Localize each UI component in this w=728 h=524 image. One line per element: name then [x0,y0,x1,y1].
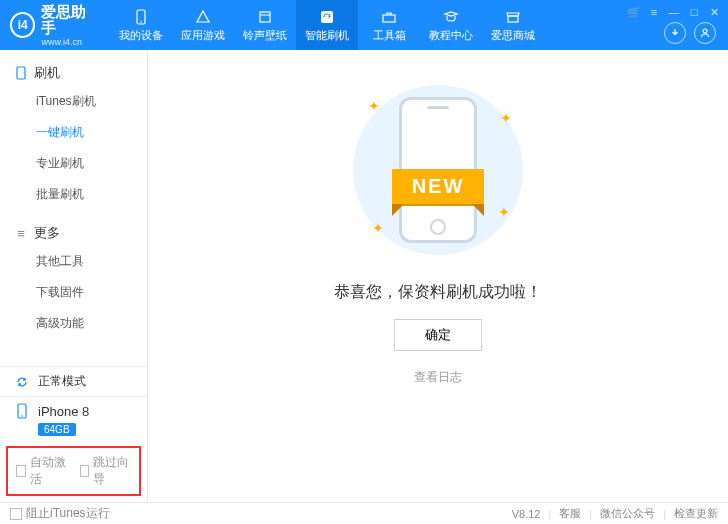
svg-rect-5 [508,16,518,22]
menu-icon[interactable]: ≡ [646,4,662,20]
ringtone-icon [256,8,274,26]
sidebar-item-batch-flash[interactable]: 批量刷机 [0,179,147,210]
skip-wizard-checkbox[interactable]: 跳过向导 [80,454,132,488]
apps-icon [194,8,212,26]
nav-label: 爱思商城 [491,28,535,43]
storage-badge: 64GB [38,423,76,436]
main-content: ✦ ✦ ✦ ✦ NEW 恭喜您，保资料刷机成功啦！ 确定 查看日志 [148,50,728,502]
checkbox-label: 自动激活 [30,454,68,488]
sidebar-item-other-tools[interactable]: 其他工具 [0,246,147,277]
nav-label: 应用游戏 [181,28,225,43]
sidebar-item-advanced[interactable]: 高级功能 [0,308,147,339]
status-bar: 阻止iTunes运行 V8.12 | 客服 | 微信公众号 | 检查更新 [0,502,728,524]
new-ribbon: NEW [392,169,485,204]
svg-rect-3 [321,11,333,23]
block-itunes-checkbox[interactable]: 阻止iTunes运行 [10,505,110,522]
logo: i4 爱思助手 www.i4.cn [0,4,110,47]
sidebar-item-download-firmware[interactable]: 下载固件 [0,277,147,308]
minimize-icon[interactable]: — [666,4,682,20]
logo-badge-icon: i4 [10,12,35,38]
checkbox-icon [10,508,22,520]
nav-toolbox[interactable]: 工具箱 [358,0,420,50]
nav-apps[interactable]: 应用游戏 [172,0,234,50]
sidebar-group-title: 刷机 [34,64,60,82]
mode-status[interactable]: 正常模式 [0,366,147,396]
tutorial-icon [442,8,460,26]
window-controls: 🛒 ≡ — □ ✕ [626,4,722,20]
device-info[interactable]: iPhone 8 64GB [0,396,147,446]
svg-rect-7 [17,67,25,79]
support-link[interactable]: 客服 [559,506,581,521]
nav-label: 我的设备 [119,28,163,43]
sparkle-icon: ✦ [498,204,510,220]
sidebar-item-pro-flash[interactable]: 专业刷机 [0,148,147,179]
sidebar-item-oneclick-flash[interactable]: 一键刷机 [0,117,147,148]
mode-label: 正常模式 [38,373,86,390]
nav-tutorial[interactable]: 教程中心 [420,0,482,50]
sparkle-icon: ✦ [500,110,512,126]
nav-label: 铃声壁纸 [243,28,287,43]
svg-point-9 [21,415,23,417]
close-icon[interactable]: ✕ [706,4,722,20]
more-icon: ≡ [14,226,28,240]
nav-label: 工具箱 [373,28,406,43]
phone-icon [14,66,28,80]
svg-rect-2 [260,12,270,22]
user-circle-icon[interactable] [694,22,716,44]
check-update-link[interactable]: 检查更新 [674,506,718,521]
checkbox-label: 跳过向导 [93,454,131,488]
wechat-link[interactable]: 微信公众号 [600,506,655,521]
toolbox-icon [380,8,398,26]
store-icon [504,8,522,26]
nav-ringtones[interactable]: 铃声壁纸 [234,0,296,50]
nav-label: 智能刷机 [305,28,349,43]
checkbox-icon [80,465,90,477]
options-highlight-box: 自动激活 跳过向导 [6,446,141,496]
auto-activate-checkbox[interactable]: 自动激活 [16,454,68,488]
app-header: i4 爱思助手 www.i4.cn 我的设备 应用游戏 铃声壁纸 智能刷机 工具… [0,0,728,50]
maximize-icon[interactable]: □ [686,4,702,20]
view-log-link[interactable]: 查看日志 [414,369,462,386]
cart-icon[interactable]: 🛒 [626,4,642,20]
sidebar-group-flash: 刷机 [0,60,147,86]
app-title: 爱思助手 [41,4,100,37]
success-message: 恭喜您，保资料刷机成功啦！ [334,282,542,303]
svg-rect-4 [383,15,395,22]
refresh-icon [14,374,30,390]
checkbox-label: 阻止iTunes运行 [26,505,110,522]
download-circle-icon[interactable] [664,22,686,44]
phone-small-icon [14,403,30,419]
svg-point-1 [140,21,142,23]
sparkle-icon: ✦ [372,220,384,236]
sparkle-icon: ✦ [368,98,380,114]
success-illustration: ✦ ✦ ✦ ✦ NEW [338,80,538,260]
sidebar-item-itunes-flash[interactable]: iTunes刷机 [0,86,147,117]
svg-point-6 [703,29,707,33]
checkbox-icon [16,465,26,477]
ok-button[interactable]: 确定 [394,319,482,351]
sidebar: 刷机 iTunes刷机 一键刷机 专业刷机 批量刷机 ≡ 更多 其他工具 下载固… [0,50,148,502]
sidebar-group-title: 更多 [34,224,60,242]
flash-icon [318,8,336,26]
version-label: V8.12 [512,508,541,520]
device-name: iPhone 8 [38,404,89,419]
device-icon [132,8,150,26]
nav-store[interactable]: 爱思商城 [482,0,544,50]
nav-label: 教程中心 [429,28,473,43]
nav-my-device[interactable]: 我的设备 [110,0,172,50]
header-action-circles [664,22,716,44]
nav-flash[interactable]: 智能刷机 [296,0,358,50]
app-url: www.i4.cn [41,37,100,47]
sidebar-group-more: ≡ 更多 [0,220,147,246]
